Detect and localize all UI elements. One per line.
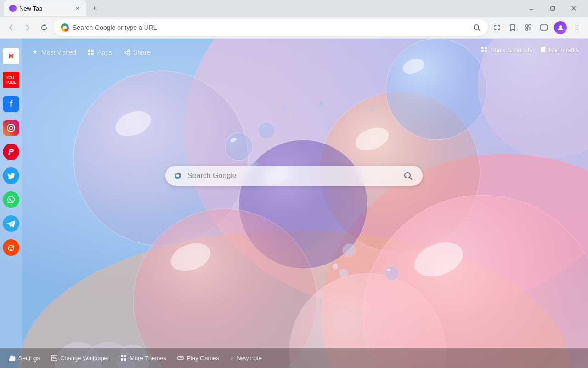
svg-point-45 [283,106,287,109]
svg-point-54 [13,126,14,126]
svg-rect-8 [526,28,528,30]
svg-rect-1 [551,7,554,10]
search-container: Search Google [165,166,423,186]
omnibox[interactable]: Search Google or type a URL [53,19,488,36]
omnibox-search-icon [473,23,481,32]
svg-point-75 [176,174,179,177]
new-tab-button[interactable]: + [88,2,101,15]
address-bar: Search Google or type a URL [0,17,588,39]
svg-rect-7 [529,25,531,27]
svg-point-76 [405,172,410,178]
svg-point-46 [293,113,295,116]
screenshot-button[interactable] [490,20,504,35]
svg-rect-63 [88,53,90,55]
games-icon [177,355,184,361]
active-tab[interactable]: New Tab ✕ [4,0,86,16]
show-shortcuts-control[interactable]: Show Shortcuts [481,46,532,53]
svg-line-69 [126,53,128,54]
new-note-label: New note [237,355,262,362]
bookmark-button[interactable] [505,20,520,35]
svg-point-50 [205,120,208,123]
svg-rect-61 [88,50,90,52]
tab-close-button[interactable]: ✕ [74,5,81,12]
right-controls: Show Shortcuts Bookmarks [481,46,579,53]
bookmarks-control[interactable]: Bookmarks [540,46,579,53]
close-window-button[interactable] [563,0,584,17]
most-visited-nav[interactable]: Most Visited [31,49,76,56]
apps-label: Apps [97,49,112,56]
google-icon [61,23,69,32]
svg-rect-6 [526,25,528,27]
sidebar-app-whatsapp[interactable] [3,191,19,208]
search-bar[interactable]: Search Google [165,166,423,186]
change-wallpaper-button[interactable]: Change Wallpaper [51,355,109,362]
reload-button[interactable] [37,20,51,35]
svg-point-14 [577,29,577,30]
svg-point-49 [370,108,374,112]
svg-point-37 [343,244,356,257]
maximize-button[interactable] [542,0,563,17]
search-submit-button[interactable] [401,168,415,183]
svg-point-87 [181,357,182,358]
svg-point-51 [224,111,226,113]
svg-point-47 [319,101,324,105]
forward-button[interactable] [20,20,35,35]
svg-line-68 [126,51,128,52]
settings-button[interactable]: Settings [9,355,40,362]
svg-point-67 [128,53,130,55]
svg-point-48 [343,118,346,121]
minimize-button[interactable] [521,0,542,17]
toolbar-icons [490,20,584,35]
svg-point-38 [339,269,348,278]
settings-icon [9,355,16,361]
menu-button[interactable] [570,20,584,35]
share-label: Share [133,49,150,56]
most-visited-label: Most Visited [41,49,76,56]
svg-point-33 [225,133,253,161]
sidebar-app-facebook[interactable]: f [3,96,19,112]
browser-frame: New Tab ✕ + [0,0,588,368]
profile-button[interactable] [554,21,567,34]
svg-point-58 [11,245,11,246]
svg-point-40 [384,266,399,281]
tab-favicon [9,5,17,12]
sidebar-app-youtube[interactable]: YOUTUBE [3,72,19,88]
svg-rect-83 [124,358,126,361]
svg-point-66 [124,52,126,53]
themes-icon [120,355,127,361]
apps-nav[interactable]: Apps [87,49,112,56]
svg-point-39 [333,264,338,269]
play-games-button[interactable]: Play Games [177,355,219,362]
svg-point-53 [10,126,13,130]
svg-rect-64 [91,53,94,55]
sidebar-button[interactable] [537,20,551,35]
svg-point-12 [577,24,577,25]
sidebar-app-telegram[interactable] [3,215,19,232]
tab-title: New Tab [19,5,70,12]
tab-bar: New Tab ✕ + [0,0,588,17]
sidebar-app-gmail[interactable]: M [3,48,19,64]
left-sidebar: M YOUTUBE f P [0,39,22,368]
svg-rect-73 [485,50,487,52]
sidebar-app-reddit[interactable] [3,239,19,256]
svg-rect-70 [481,47,484,49]
sidebar-app-instagram[interactable] [3,120,19,136]
svg-rect-9 [541,25,547,30]
more-themes-label: More Themes [130,355,166,362]
content-area: M YOUTUBE f P Most Visited [0,39,588,368]
extensions-button[interactable] [521,20,536,35]
sidebar-app-twitter[interactable] [3,167,19,184]
bottom-bar: Settings Change Wallpaper More Themes Pl… [0,348,588,368]
svg-rect-62 [91,50,94,52]
svg-rect-80 [121,355,123,357]
svg-rect-71 [485,47,487,49]
svg-point-65 [128,50,130,52]
sidebar-app-pinterest[interactable]: P [3,144,19,160]
back-button[interactable] [4,20,18,35]
more-themes-button[interactable]: More Themes [120,355,166,362]
share-nav[interactable]: Share [123,49,150,56]
new-note-button[interactable]: + New note [230,354,262,362]
search-placeholder: Search Google [187,172,396,180]
svg-rect-72 [481,50,484,52]
settings-label: Settings [18,355,40,362]
